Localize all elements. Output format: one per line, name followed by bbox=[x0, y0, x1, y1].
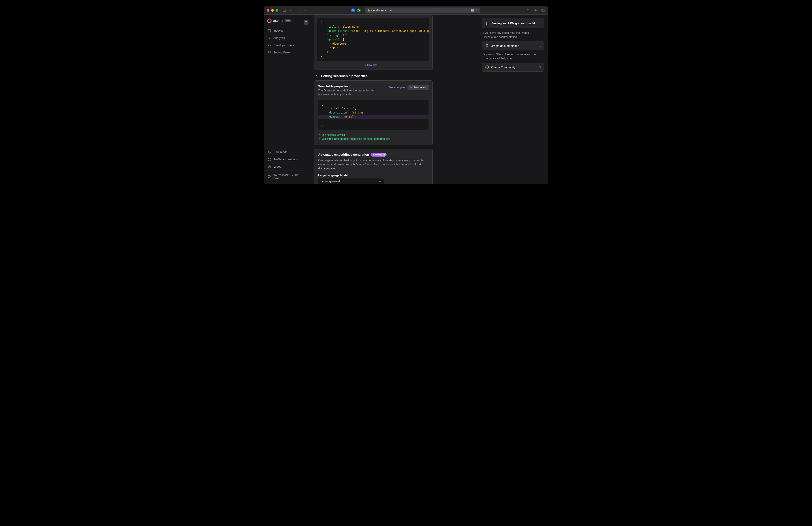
check-icon: ✓ bbox=[318, 137, 320, 140]
svg-rect-6 bbox=[305, 22, 307, 23]
autodetect-button[interactable]: ✦ Autodetect bbox=[408, 85, 429, 90]
step-title: Setting searchable properties bbox=[321, 74, 367, 78]
titlebar-right bbox=[526, 8, 545, 13]
slack-link-card[interactable]: Orama Community bbox=[482, 63, 545, 72]
docs-link-label: Orama documentation bbox=[491, 44, 519, 47]
url-bar[interactable]: 🔒 cloud.orama.com 🅰 ⟳ bbox=[365, 8, 480, 13]
lifebuoy-icon bbox=[486, 22, 489, 25]
searchable-properties-card: Searchable properties The Orama schema d… bbox=[314, 80, 433, 145]
logo-mark-icon bbox=[267, 18, 272, 23]
help-panel: Feeling lost? We got your back! If you h… bbox=[482, 15, 548, 184]
database-icon bbox=[267, 29, 271, 32]
extension-icons: ◎ G bbox=[351, 9, 361, 12]
power-icon bbox=[267, 165, 271, 168]
sidebar-item-analytics[interactable]: Analytics bbox=[265, 34, 305, 42]
sidebar-item-label: Secure Proxy bbox=[273, 51, 291, 54]
maximize-window[interactable] bbox=[276, 9, 278, 12]
close-window[interactable] bbox=[267, 9, 270, 12]
embeddings-title: Automatic embeddings generation bbox=[318, 153, 369, 156]
help-header-card: Feeling lost? We got your back! bbox=[482, 18, 545, 28]
chevron-up-icon bbox=[379, 63, 381, 66]
sparkle-icon: ✦ bbox=[373, 154, 374, 156]
svg-rect-5 bbox=[542, 10, 545, 12]
back-button[interactable] bbox=[297, 8, 302, 13]
llm-field-label: Large Language Model bbox=[318, 174, 429, 177]
share-icon[interactable] bbox=[526, 8, 530, 13]
validations: ✓ The schema is valid ✓ Maximum 10 prope… bbox=[318, 133, 429, 141]
check-icon: ✓ bbox=[318, 133, 320, 136]
sidebar-toggle-icon[interactable] bbox=[282, 8, 287, 13]
titlebar: ◎ G 🔒 cloud.orama.com 🅰 ⟳ bbox=[264, 6, 548, 15]
logo[interactable]: orama beta bbox=[265, 18, 305, 27]
slack-link-label: Orama Community bbox=[491, 66, 515, 69]
help-header-text: Feeling lost? We got your back! bbox=[492, 22, 535, 25]
extension-1password-icon[interactable]: ◎ bbox=[351, 9, 355, 12]
slack-icon bbox=[485, 65, 489, 69]
validation-valid: ✓ The schema is valid bbox=[318, 133, 429, 137]
beta-badge: beta bbox=[285, 19, 291, 22]
shield-icon bbox=[267, 51, 271, 54]
schema-code: { "title": "string", "description": "str… bbox=[318, 100, 429, 130]
svg-point-8 bbox=[268, 29, 271, 30]
chat-icon bbox=[267, 175, 271, 178]
json-preview-code: { "title": "Elden Ring", "description": … bbox=[317, 18, 430, 61]
sidebar-item-label: Logout bbox=[273, 165, 282, 168]
embeddings-title-row: Automatic embeddings generation ✦ Orama … bbox=[318, 153, 429, 157]
moon-icon bbox=[267, 151, 271, 154]
sidebar-item-label: Indexes bbox=[273, 29, 284, 32]
docs-link-card[interactable]: Orama documentation bbox=[482, 42, 545, 50]
nav-arrows bbox=[297, 8, 307, 13]
main-content: { "title": "Elden Ring", "description": … bbox=[307, 15, 482, 184]
external-link-icon bbox=[538, 44, 541, 47]
card-title: Searchable properties bbox=[318, 85, 376, 88]
step-2-header: 2 Setting searchable properties bbox=[314, 74, 433, 78]
see-examples-link[interactable]: See examples bbox=[389, 86, 405, 89]
llm-select[interactable]: orama/gte-small bbox=[318, 178, 384, 184]
translate-icon[interactable]: 🅰 bbox=[471, 9, 474, 12]
chevron-down-icon bbox=[378, 180, 381, 183]
minimize-window[interactable] bbox=[271, 9, 274, 12]
reload-icon[interactable]: ⟳ bbox=[476, 9, 478, 12]
sparkle-icon: ✦ bbox=[410, 86, 412, 89]
llm-selected-value: orama/gte-small bbox=[321, 180, 340, 183]
lock-icon: 🔒 bbox=[367, 9, 370, 12]
new-tab-icon[interactable] bbox=[533, 8, 538, 13]
show-less-link[interactable]: Show less bbox=[365, 63, 381, 67]
book-icon bbox=[485, 44, 489, 47]
svg-line-13 bbox=[539, 45, 541, 46]
sidebar: orama beta Indexes Analytics Developer T… bbox=[264, 15, 307, 184]
tabs-icon[interactable] bbox=[541, 8, 545, 13]
chevron-down-icon[interactable] bbox=[288, 8, 293, 13]
step-number-badge: 2 bbox=[314, 74, 318, 78]
url-text: cloud.orama.com bbox=[371, 9, 392, 12]
feedback-label: Any feedback? Let us know! bbox=[273, 173, 303, 180]
embeddings-card: Automatic embeddings generation ✦ Orama … bbox=[314, 148, 433, 184]
validation-perf: ✓ Maximum 10 properties suggested for be… bbox=[318, 137, 429, 141]
card-description: The Orama schema defines the properties … bbox=[318, 89, 376, 97]
gear-icon bbox=[267, 158, 271, 161]
external-link-icon bbox=[538, 66, 541, 69]
help-slack-text: Or join our Slack channel, our team and … bbox=[482, 52, 545, 61]
sidebar-item-logout[interactable]: Logout bbox=[265, 163, 305, 170]
chart-icon bbox=[267, 37, 271, 40]
extension-grammarly-icon[interactable]: G bbox=[357, 9, 361, 12]
embeddings-description: Orama generates embeddings for you autom… bbox=[318, 158, 429, 171]
sidebar-item-profile[interactable]: Profile and settings bbox=[265, 156, 305, 163]
sidebar-item-devtools[interactable]: Developer Tools bbox=[265, 42, 305, 49]
forward-button[interactable] bbox=[303, 8, 307, 13]
sidebar-item-label: Analytics bbox=[273, 36, 285, 40]
schema-editor[interactable]: { "title": "string", "description": "str… bbox=[318, 100, 429, 130]
svg-line-14 bbox=[539, 66, 541, 68]
sidebar-item-label: Profile and settings bbox=[273, 158, 298, 161]
feedback-link[interactable]: Any feedback? Let us know! bbox=[265, 170, 305, 181]
sidebar-item-darkmode[interactable]: Dark mode bbox=[265, 148, 305, 156]
code-icon bbox=[267, 44, 271, 47]
llm-select-wrap: orama/gte-small openai/text-embedding-ad… bbox=[318, 178, 429, 184]
sidebar-collapse-button[interactable] bbox=[304, 20, 308, 25]
app-content: orama beta Indexes Analytics Developer T… bbox=[264, 15, 548, 184]
nav-list-top: Indexes Analytics Developer Tools Secure… bbox=[265, 27, 305, 56]
sidebar-item-proxy[interactable]: Secure Proxy bbox=[265, 49, 305, 56]
sidebar-item-indexes[interactable]: Indexes bbox=[265, 27, 305, 34]
sidebar-bottom: Dark mode Profile and settings Logout An… bbox=[265, 148, 305, 181]
json-preview-card: { "title": "Elden Ring", "description": … bbox=[314, 15, 433, 70]
